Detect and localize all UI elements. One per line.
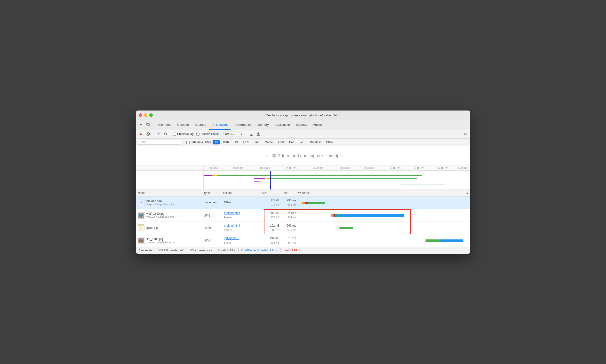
svg-rect-27 <box>339 227 353 229</box>
col-header-waterfall[interactable]: Waterfall ▲ <box>298 191 470 195</box>
svg-rect-16 <box>308 202 325 204</box>
filter-js-button[interactable]: JS <box>232 140 240 144</box>
row-initiator: Other <box>223 196 262 209</box>
cursor-icon[interactable] <box>138 121 145 128</box>
filter-other-button[interactable]: Other <box>324 140 335 144</box>
svg-rect-23 <box>335 214 339 217</box>
file-icon-img <box>138 212 145 219</box>
status-dom-loaded: DOMContentLoaded: 1.60 s <box>241 249 277 252</box>
svg-text:</>: </> <box>139 202 142 203</box>
hide-data-urls-label[interactable]: Hide data URLs <box>186 141 211 144</box>
status-requests: 4 requests <box>139 249 152 252</box>
filter-xhr-button[interactable]: XHR <box>221 140 231 144</box>
close-button[interactable] <box>139 113 142 117</box>
window-title: DevTools - responsive-preload.glitch.me/… <box>266 113 340 117</box>
ruler-mark-1500: 1500 ms <box>260 167 270 169</box>
svg-rect-15 <box>305 202 308 204</box>
disable-cache-checkbox[interactable] <box>196 132 199 136</box>
status-load: Load: 1.61 s <box>284 249 300 252</box>
ruler-mark-3500: 3500 ms <box>364 167 374 169</box>
table-row[interactable]: cat_1600.jpg yoavweiss.github.io/ima... … <box>136 234 470 247</box>
table-row[interactable]: wolf_1600.jpg yoavweiss.github.io/ima...… <box>136 209 470 222</box>
search-button[interactable] <box>163 131 169 137</box>
file-icon-cat <box>138 237 145 244</box>
filter-css-button[interactable]: CSS <box>241 140 251 144</box>
filter-media-button[interactable]: Media <box>263 140 275 144</box>
svg-rect-22 <box>333 214 335 217</box>
tab-security[interactable]: Security <box>293 120 310 130</box>
tab-elements[interactable]: Elements <box>155 120 174 130</box>
col-header-initiator[interactable]: Initiator <box>223 191 262 195</box>
row-type: script <box>204 222 223 234</box>
col-header-name[interactable]: Name <box>136 191 204 195</box>
tab-performance[interactable]: Performance <box>231 120 254 130</box>
minimize-button[interactable] <box>144 113 147 117</box>
row-filename: preload.html <box>146 199 178 203</box>
ruler-mark-4000: 4000 ms <box>390 167 400 169</box>
preserve-log-checkbox[interactable] <box>173 132 176 136</box>
row-waterfall <box>298 196 470 209</box>
filter-img-button[interactable]: Img <box>252 140 261 144</box>
row-initiator: preload.html Parser <box>223 222 262 234</box>
svg-point-31 <box>140 239 142 241</box>
svg-text:JS: JS <box>139 227 142 230</box>
devtools-window: DevTools - responsive-preload.glitch.me/… <box>136 111 470 254</box>
row-waterfall <box>298 234 470 247</box>
warn-icon: ⚠ <box>212 123 215 127</box>
col-header-time[interactable]: Time <box>281 191 298 195</box>
ruler-mark-4500: 4500 ms <box>414 167 424 169</box>
ruler-mark-1000: 1000 ms <box>233 167 243 169</box>
svg-rect-32 <box>425 239 439 242</box>
filter-ws-button[interactable]: WS <box>298 140 306 144</box>
title-bar: DevTools - responsive-preload.glitch.me/… <box>136 111 470 120</box>
row-time: 566 ms 565 ms <box>281 222 298 234</box>
export-button[interactable] <box>255 131 262 137</box>
device-icon[interactable] <box>145 121 152 128</box>
svg-rect-0 <box>147 123 149 125</box>
row-url: yoavweiss.github.io/ima... <box>146 241 177 244</box>
filter-input[interactable] <box>138 140 181 145</box>
tab-sources[interactable]: Sources <box>192 120 209 130</box>
traffic-lights <box>139 113 153 117</box>
preserve-log-label[interactable]: Preserve log <box>173 132 193 136</box>
throttle-select[interactable]: Fast 3G No throttling Slow 3G Offline <box>222 131 244 136</box>
disable-cache-label[interactable]: Disable cache <box>196 132 219 136</box>
filter-icon[interactable] <box>155 131 162 137</box>
svg-point-6 <box>165 133 167 135</box>
row-type: jpeg <box>204 209 223 221</box>
row-type: jpeg <box>204 234 223 247</box>
table-header: Name Type Initiator Size Time Waterfall … <box>136 190 470 196</box>
filter-manifest-button[interactable]: Manifest <box>308 140 323 144</box>
svg-rect-24 <box>339 214 404 217</box>
import-button[interactable] <box>248 131 254 137</box>
svg-line-5 <box>147 133 149 135</box>
table-row[interactable]: JS gallery.js script preload.html Parser… <box>136 222 470 234</box>
ruler-mark-2000: 2000 ms <box>286 167 296 169</box>
tab-network[interactable]: ⚠ Network <box>209 120 231 130</box>
tab-audits[interactable]: Audits <box>310 120 325 130</box>
network-table: Name Type Initiator Size Time Waterfall … <box>136 190 470 247</box>
row-initiator: gallery.js:18 Script <box>223 234 262 247</box>
filter-font-button[interactable]: Font <box>276 140 286 144</box>
more-tabs-button[interactable]: ⋮ <box>460 122 468 128</box>
status-resources: 503 KB resources <box>189 249 212 252</box>
settings-icon[interactable]: ⚙ <box>462 132 468 136</box>
row-time: 991 ms 983 ms <box>281 196 298 209</box>
maximize-button[interactable] <box>149 113 153 117</box>
filter-doc-button[interactable]: Doc <box>287 140 296 144</box>
filter-all-button[interactable]: All <box>212 140 220 144</box>
row-waterfall <box>298 209 470 221</box>
hide-data-urls-checkbox[interactable] <box>186 141 190 144</box>
status-bar: 4 requests 504 KB transferred 503 KB res… <box>136 247 470 254</box>
tab-application[interactable]: Application <box>272 120 293 130</box>
tab-divider <box>154 122 154 127</box>
clear-button[interactable] <box>145 131 151 137</box>
table-row[interactable]: </> preload.html responsive-preload.glit… <box>136 196 470 209</box>
col-header-type[interactable]: Type <box>204 191 223 195</box>
record-button[interactable]: ● <box>138 131 144 137</box>
row-initiator: preload.html Parser <box>223 209 262 221</box>
file-icon-js: JS <box>138 224 145 231</box>
col-header-size[interactable]: Size <box>262 191 281 195</box>
tab-memory[interactable]: Memory <box>254 120 272 130</box>
tab-console[interactable]: Console <box>174 120 192 130</box>
